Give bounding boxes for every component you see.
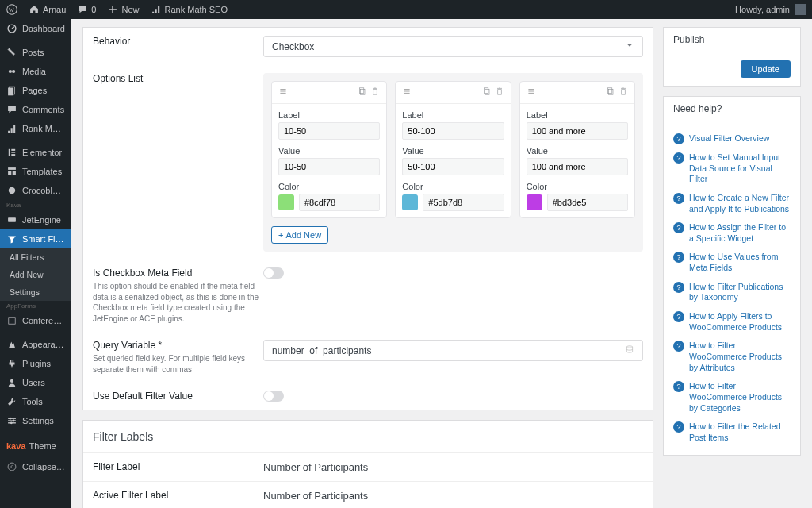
color-swatch[interactable] xyxy=(402,194,418,210)
delete-icon[interactable] xyxy=(619,87,628,98)
menu-elementor[interactable]: Elementor xyxy=(0,143,71,162)
svg-rect-28 xyxy=(609,90,613,95)
use-default-toggle[interactable] xyxy=(263,391,284,402)
menu-plugins[interactable]: Plugins xyxy=(0,354,71,373)
option-card: LabelValueColor xyxy=(395,81,511,218)
svg-rect-9 xyxy=(11,154,15,156)
card-value-input[interactable] xyxy=(527,158,628,175)
drag-icon[interactable] xyxy=(527,87,536,98)
card-label-lbl: Label xyxy=(402,110,504,120)
help-link[interactable]: How to Apply Filters to WooCommerce Prod… xyxy=(689,311,791,333)
svg-rect-11 xyxy=(8,171,11,175)
checkbox-meta-toggle[interactable] xyxy=(263,267,284,279)
menu-appearance[interactable]: Appearance xyxy=(0,335,71,354)
menu-conference[interactable]: Conference xyxy=(0,311,71,330)
card-color-lbl: Color xyxy=(527,182,628,191)
card-label-lbl: Label xyxy=(527,110,628,120)
delete-icon[interactable] xyxy=(495,87,504,98)
card-label-input[interactable] xyxy=(527,122,628,140)
menu-jetengine[interactable]: JetEngine xyxy=(0,210,71,229)
help-link[interactable]: How to Assign the Filter to a Specific W… xyxy=(689,222,791,244)
rank-math-link[interactable]: Rank Math SEO xyxy=(151,4,228,15)
color-hex-input[interactable] xyxy=(299,194,380,211)
menu-tools[interactable]: Tools xyxy=(0,392,71,411)
menu-templates[interactable]: Templates xyxy=(0,162,71,181)
menu-comments[interactable]: Comments xyxy=(0,100,71,119)
svg-point-13 xyxy=(9,187,15,194)
card-label-input[interactable] xyxy=(278,122,380,140)
comments-count[interactable]: 0 xyxy=(77,4,96,15)
chevron-down-icon xyxy=(625,40,634,52)
color-hex-input[interactable] xyxy=(547,194,628,211)
question-icon: ? xyxy=(673,381,684,392)
help-link[interactable]: How to Filter the Related Post Items xyxy=(689,421,791,443)
database-icon[interactable] xyxy=(625,344,634,356)
option-card: LabelValueColor xyxy=(271,81,387,218)
checkbox-meta-label: Is Checkbox Meta Field xyxy=(93,267,263,279)
update-button[interactable]: Update xyxy=(741,60,791,78)
add-new-option-button[interactable]: +Add New xyxy=(271,226,328,244)
svg-point-20 xyxy=(10,418,12,420)
drag-icon[interactable] xyxy=(278,87,288,98)
svg-rect-26 xyxy=(485,90,488,95)
menu-dashboard[interactable]: Dashboard xyxy=(0,19,71,38)
card-value-input[interactable] xyxy=(402,158,504,175)
help-link[interactable]: Visual Filter Overview xyxy=(689,133,769,144)
menu-theme[interactable]: kavaTheme xyxy=(0,435,71,457)
menu-pages[interactable]: Pages xyxy=(0,81,71,100)
sub-add-new[interactable]: Add New xyxy=(0,266,71,283)
delete-icon[interactable] xyxy=(370,87,380,98)
card-color-lbl: Color xyxy=(278,182,380,191)
sep-kava: Kava xyxy=(0,200,71,210)
new-link[interactable]: New xyxy=(107,4,139,15)
behavior-select[interactable]: Checkbox xyxy=(263,36,643,57)
menu-posts[interactable]: Posts xyxy=(0,43,71,62)
help-item: ?How to Filter the Related Post Items xyxy=(673,418,791,447)
menu-users[interactable]: Users xyxy=(0,373,71,392)
query-var-input[interactable]: number_of_participants xyxy=(263,340,643,361)
sub-all-filters[interactable]: All Filters xyxy=(0,248,71,266)
menu-crocoblock[interactable]: Crocoblock xyxy=(0,181,71,200)
menu-smart-filters[interactable]: Smart Filters xyxy=(0,229,71,248)
help-item: ?How to Use Values from Meta Fields xyxy=(673,248,791,277)
sub-settings[interactable]: Settings xyxy=(0,283,71,301)
svg-point-3 xyxy=(12,70,15,73)
card-label-input[interactable] xyxy=(402,122,504,140)
behavior-label: Behavior xyxy=(93,36,263,47)
wp-logo[interactable] xyxy=(6,4,17,15)
copy-icon[interactable] xyxy=(482,87,492,98)
help-item: ?How to Apply Filters to WooCommerce Pro… xyxy=(673,307,791,337)
avatar xyxy=(795,4,806,15)
svg-rect-15 xyxy=(9,318,15,324)
menu-media[interactable]: Media xyxy=(0,62,71,81)
copy-icon[interactable] xyxy=(606,87,615,98)
menu-rankmath[interactable]: Rank Math SEO xyxy=(0,119,71,138)
color-swatch[interactable] xyxy=(278,194,294,210)
svg-rect-6 xyxy=(9,149,10,156)
card-label-lbl: Label xyxy=(278,110,380,120)
help-link[interactable]: How to Use Values from Meta Fields xyxy=(689,252,791,273)
site-link[interactable]: Arnau xyxy=(29,4,66,15)
help-link[interactable]: How to Filter WooCommerce Products by Ca… xyxy=(689,381,791,414)
svg-rect-27 xyxy=(484,88,488,94)
drag-icon[interactable] xyxy=(402,87,412,98)
option-card: LabelValueColor xyxy=(519,81,635,218)
collapse-menu[interactable]: Collapse menu xyxy=(0,457,71,476)
copy-icon[interactable] xyxy=(358,87,367,98)
question-icon: ? xyxy=(673,311,684,322)
svg-rect-25 xyxy=(360,88,364,94)
help-item: ?How to Filter Publications by Taxonomy xyxy=(673,278,791,307)
menu-settings[interactable]: Settings xyxy=(0,411,71,430)
card-value-input[interactable] xyxy=(278,158,380,175)
color-swatch[interactable] xyxy=(527,194,542,210)
color-hex-input[interactable] xyxy=(423,194,504,211)
help-item: ?How to Assign the Filter to a Specific … xyxy=(673,218,791,248)
help-link[interactable]: How to Set Manual Input Data Source for … xyxy=(689,152,791,185)
help-link[interactable]: How to Filter Publications by Taxonomy xyxy=(689,282,791,303)
help-link[interactable]: How to Create a New Filter and Apply It … xyxy=(689,193,791,214)
active-filter-label-lbl: Active Filter Label xyxy=(93,490,263,501)
help-link[interactable]: How to Filter WooCommerce Products by At… xyxy=(689,341,791,373)
admin-sidebar: Dashboard Posts Media Pages Comments Ran… xyxy=(0,19,71,508)
svg-point-30 xyxy=(626,346,632,348)
account-link[interactable]: Howdy, admin xyxy=(735,4,806,15)
